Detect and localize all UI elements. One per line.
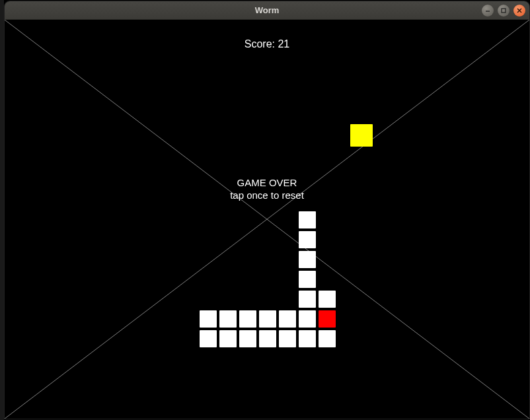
worm-segment (200, 310, 217, 328)
worm-segment (239, 310, 256, 328)
gameover-message: GAME OVER tap once to reset (230, 177, 304, 202)
worm-segment (200, 330, 217, 347)
worm-segment (279, 310, 296, 328)
close-button[interactable] (513, 5, 525, 17)
desktop: Worm (0, 0, 530, 420)
maximize-icon (500, 7, 507, 14)
worm-segment (299, 231, 316, 248)
diagonal-cross-decoration (5, 20, 529, 419)
game-canvas[interactable]: Score: 21 GAME OVER tap once to reset (5, 20, 529, 419)
worm-segment (279, 330, 296, 347)
minimize-icon (484, 7, 491, 14)
close-icon (516, 7, 523, 14)
maximize-button[interactable] (498, 5, 510, 17)
minimize-button[interactable] (482, 5, 494, 17)
window-controls (482, 5, 525, 17)
window-title: Worm (5, 5, 529, 15)
gameover-line-2: tap once to reset (230, 190, 304, 202)
worm-segment (299, 211, 316, 228)
food-block (350, 124, 373, 147)
desktop-left-edge (0, 0, 4, 420)
worm-segment (259, 330, 276, 347)
worm-segment (259, 310, 276, 328)
worm-segment (219, 310, 237, 328)
worm-head (319, 310, 336, 328)
worm-segment (239, 330, 256, 347)
worm-segment (319, 291, 336, 308)
titlebar[interactable]: Worm (5, 1, 529, 20)
worm-segment (319, 330, 336, 347)
svg-line-4 (5, 20, 529, 419)
score-label: Score: 21 (245, 38, 289, 50)
app-window: Worm (5, 1, 529, 419)
worm-segment (299, 291, 316, 308)
svg-rect-1 (502, 9, 506, 13)
worm-segment (299, 271, 316, 288)
svg-line-5 (5, 20, 529, 419)
worm-segment (219, 330, 237, 347)
worm-segment (299, 330, 316, 347)
gameover-line-1: GAME OVER (230, 177, 304, 190)
worm-segment (299, 310, 316, 328)
worm-segment (299, 251, 316, 268)
